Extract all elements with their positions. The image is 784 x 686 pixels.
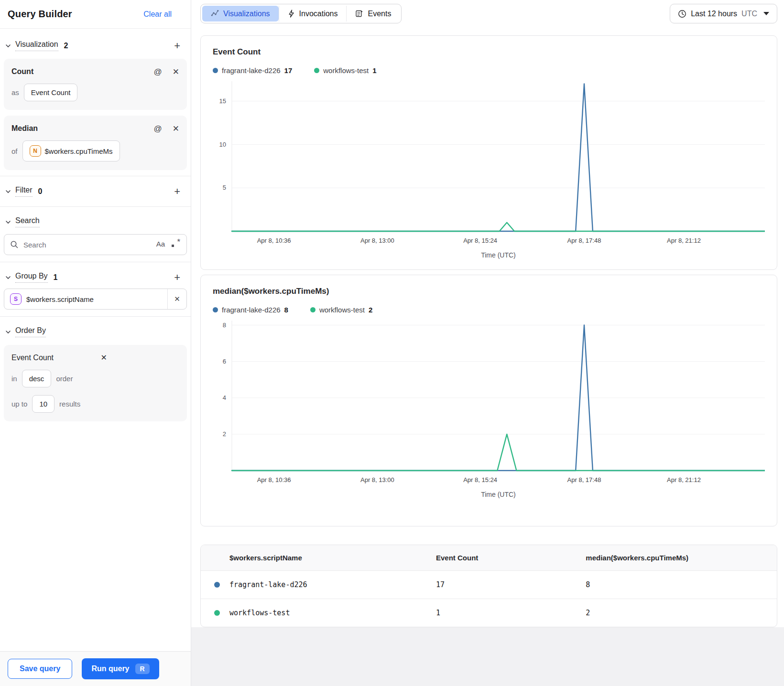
group-by-section-header[interactable]: Group By 1 + [0, 267, 191, 288]
direction-selector[interactable]: desc [22, 370, 52, 387]
column-header-median: median($workers.cpuTimeMs) [581, 545, 777, 571]
in-label: in [11, 375, 17, 383]
order-by-card: Event Count ✕ in desc order up to 10 res… [4, 345, 187, 421]
series-dot-icon [214, 610, 220, 616]
svg-text:2: 2 [223, 430, 226, 438]
save-query-button[interactable]: Save query [8, 659, 72, 679]
legend-series-value: 2 [369, 306, 372, 314]
add-group-by-button[interactable]: + [174, 273, 180, 282]
table-body: fragrant-lake-d226178workflows-test12 [201, 571, 777, 627]
svg-text:10: 10 [219, 141, 226, 148]
sidebar-footer: Save query Run query R [0, 651, 191, 686]
chart-title: Event Count [213, 47, 765, 57]
legend-series-value: 17 [284, 66, 293, 75]
close-icon[interactable]: ✕ [167, 289, 186, 309]
table-row[interactable]: fragrant-lake-d226178 [201, 571, 777, 599]
script-name-cell: fragrant-lake-d226 [201, 571, 431, 599]
time-range-selector[interactable]: Last 12 hours UTC [670, 4, 777, 23]
at-sign-icon[interactable]: @ [153, 125, 162, 133]
match-case-icon[interactable]: Aa [156, 240, 165, 248]
clear-all-link[interactable]: Clear all [143, 10, 172, 19]
bottom-strip [191, 627, 784, 686]
series-dot-icon [214, 582, 220, 588]
svg-text:Apr 8, 15:24: Apr 8, 15:24 [463, 237, 497, 244]
legend-item[interactable]: fragrant-lake-d22617 [213, 66, 292, 75]
timezone-label: UTC [741, 10, 757, 18]
legend-series-value: 8 [284, 306, 288, 314]
svg-text:Apr 8, 17:48: Apr 8, 17:48 [567, 476, 601, 483]
table-header-row: $workers.scriptName Event Count median($… [201, 545, 777, 571]
direction-value: desc [29, 375, 44, 383]
group-by-field-selector[interactable]: S $workers.scriptName [4, 293, 167, 305]
legend-item[interactable]: workflows-test1 [314, 66, 376, 75]
tab-label: Invocations [299, 10, 338, 18]
field-selector[interactable]: N $workers.cpuTimeMs [22, 140, 120, 161]
lightning-icon [288, 10, 295, 18]
legend-item[interactable]: fragrant-lake-d2268 [213, 306, 288, 314]
sidebar-body: Visualization 2 + Count @ ✕ as Event Cou… [0, 29, 191, 651]
chart-legend: fragrant-lake-d22617workflows-test1 [213, 66, 765, 75]
median-cell: 8 [581, 571, 777, 599]
x-axis-label: Time (UTC) [213, 491, 765, 498]
event-count-cell: 1 [431, 599, 581, 627]
visualization-section-header[interactable]: Visualization 2 + [0, 35, 191, 56]
filter-section-label: Filter [15, 186, 33, 197]
tab-invocations[interactable]: Invocations [279, 6, 347, 21]
results-label: results [59, 400, 80, 408]
add-filter-button[interactable]: + [174, 187, 180, 196]
svg-text:6: 6 [223, 358, 226, 365]
legend-series-name: fragrant-lake-d226 [222, 306, 281, 314]
alias-field[interactable]: Event Count [24, 84, 78, 101]
query-builder-app: Query Builder Clear all Visualization 2 … [0, 0, 784, 686]
field-value: $workers.cpuTimeMs [45, 147, 113, 155]
limit-value: 10 [39, 400, 47, 408]
median-cputime-chart-card: median($workers.cpuTimeMs) fragrant-lake… [200, 275, 777, 526]
line-chart: 2468Apr 8, 10:36Apr 8, 13:00Apr 8, 15:24… [213, 319, 765, 486]
svg-text:Apr 8, 10:36: Apr 8, 10:36 [257, 476, 291, 483]
close-icon[interactable]: ✕ [173, 125, 179, 133]
svg-text:Apr 8, 13:00: Apr 8, 13:00 [360, 237, 394, 244]
keyboard-shortcut-badge: R [135, 664, 150, 674]
sidebar-header: Query Builder Clear all [0, 0, 191, 29]
order-by-field: Event Count [11, 354, 90, 362]
search-icon [10, 240, 19, 249]
at-sign-icon[interactable]: @ [153, 68, 162, 76]
tab-label: Events [368, 10, 391, 18]
visualization-card-count: Count @ ✕ as Event Count [4, 59, 187, 110]
group-by-count: 1 [54, 273, 58, 282]
event-count-chart-card: Event Count fragrant-lake-d22617workflow… [200, 35, 777, 270]
median-cell: 2 [581, 599, 777, 627]
svg-text:5: 5 [223, 184, 226, 191]
visualization-section-label: Visualization [15, 40, 58, 51]
legend-item[interactable]: workflows-test2 [310, 306, 372, 314]
run-query-button[interactable]: Run query R [82, 658, 159, 679]
clock-icon [678, 10, 686, 18]
search-box: Aa * [4, 234, 187, 255]
limit-field[interactable]: 10 [32, 395, 54, 413]
svg-text:Apr 8, 17:48: Apr 8, 17:48 [567, 237, 601, 244]
tab-events[interactable]: Events [346, 6, 400, 21]
column-header-event-count: Event Count [431, 545, 581, 571]
as-label: as [11, 88, 19, 96]
table-row[interactable]: workflows-test12 [201, 599, 777, 627]
legend-series-value: 1 [372, 66, 376, 75]
visualization-card-median: Median @ ✕ of N $workers.cpuTimeMs [4, 116, 187, 170]
string-type-icon: S [10, 293, 22, 305]
group-by-item: S $workers.scriptName ✕ [4, 289, 187, 310]
events-icon [355, 10, 363, 18]
results-table-card: $workers.scriptName Event Count median($… [200, 545, 777, 627]
filter-section-header[interactable]: Filter 0 + [0, 181, 191, 202]
order-by-section-header[interactable]: Order By [0, 322, 191, 342]
visualization-count: 2 [64, 42, 68, 50]
chart-title: median($workers.cpuTimeMs) [213, 287, 765, 296]
legend-dot-icon [310, 307, 316, 312]
close-icon[interactable]: ✕ [173, 68, 179, 76]
add-visualization-button[interactable]: + [174, 41, 180, 51]
regex-icon[interactable]: * [172, 239, 180, 248]
search-section-label: Search [15, 216, 40, 227]
search-section-header[interactable]: Search [0, 212, 191, 232]
tab-visualizations[interactable]: Visualizations [202, 6, 279, 21]
up-to-label: up to [11, 400, 27, 408]
run-query-label: Run query [91, 665, 129, 673]
close-icon[interactable]: ✕ [101, 354, 180, 362]
